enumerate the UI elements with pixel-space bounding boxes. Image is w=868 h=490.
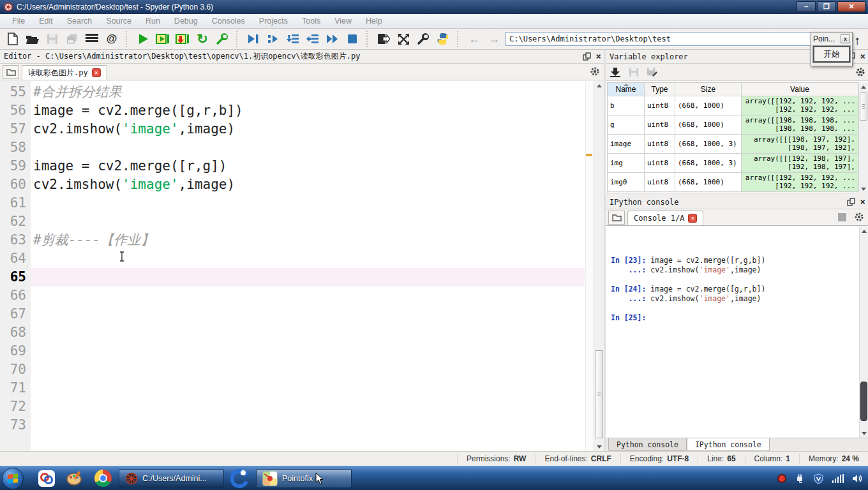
close-pane-icon[interactable]: × [596, 52, 601, 61]
save-data-icon[interactable] [629, 67, 639, 77]
network-signal-tray-icon[interactable] [832, 474, 844, 483]
menu-item-projects[interactable]: Projects [252, 17, 295, 26]
editor-line[interactable]: 70 [0, 360, 604, 379]
import-data-icon[interactable] [610, 67, 621, 77]
variable-row[interactable]: guint8(668, 1000)array([[198, 198, 198, … [608, 115, 858, 135]
menu-item-view[interactable]: View [327, 17, 359, 26]
restore-button[interactable]: ❐ [817, 1, 836, 12]
close-pane-icon[interactable]: × [860, 52, 865, 61]
scroll-up-icon[interactable] [594, 81, 604, 90]
variable-row[interactable]: img0uint8(668, 1000)array([[192, 192, 19… [608, 173, 858, 192]
editor-line[interactable]: 69 [0, 342, 604, 360]
open-file-button[interactable] [24, 31, 41, 47]
column-header-value[interactable]: Value [742, 83, 858, 96]
editor-line[interactable]: 61 [0, 194, 604, 212]
debug-step-into-button[interactable] [285, 31, 301, 47]
editor-line[interactable]: 67 [0, 305, 604, 323]
menu-item-debug[interactable]: Debug [167, 17, 205, 26]
back-button[interactable]: ← [466, 31, 483, 47]
pointofix-start-button[interactable]: 开始 [813, 46, 850, 63]
editor-line[interactable]: 55#合并拆分结果 [0, 83, 604, 101]
editor-line[interactable]: 57cv2.imshow('image',image) [0, 120, 604, 138]
variable-row[interactable]: buint8(668, 1000)array([[192, 192, 192, … [608, 96, 858, 115]
bottom-tab-python-console[interactable]: Python console [608, 438, 687, 451]
variable-row[interactable]: imageuint8(668, 1000, 3)array([[[198, 19… [608, 135, 858, 154]
variable-row[interactable]: imguint8(668, 1000, 3)array([[[192, 198,… [608, 154, 858, 173]
editor-line[interactable]: 63#剪裁----【作业】 [0, 231, 604, 249]
close-pane-icon[interactable]: × [860, 197, 865, 206]
run-file-button[interactable] [135, 31, 151, 47]
export-button[interactable] [375, 31, 392, 47]
menu-item-consoles[interactable]: Consoles [205, 17, 252, 26]
browse-tabs-icon[interactable] [608, 211, 625, 225]
python-logo-icon[interactable] [435, 31, 451, 47]
debug-stop-button[interactable] [344, 31, 361, 47]
menu-item-help[interactable]: Help [359, 17, 389, 26]
run-settings-button[interactable] [214, 31, 230, 47]
bottom-tab-ipython-console[interactable]: IPython console [687, 438, 770, 451]
code-editor[interactable]: 55#合并拆分结果56image = cv2.merge([g,r,b])57c… [0, 81, 604, 451]
save-button[interactable] [44, 31, 61, 47]
editor-line[interactable]: 71 [0, 379, 604, 397]
rerun-cell-button[interactable]: ↻ [194, 31, 211, 47]
column-header-size[interactable]: Size [675, 83, 742, 96]
knot-app-icon[interactable] [37, 469, 56, 488]
outline-explorer-button[interactable] [84, 31, 100, 47]
save-data-as-icon[interactable] [647, 67, 658, 77]
editor-tab-close-icon[interactable]: ✕ [92, 68, 101, 77]
scroll-up-icon[interactable] [859, 82, 868, 91]
editor-line[interactable]: 64 [0, 249, 604, 268]
editor-line[interactable]: 68 [0, 323, 604, 342]
console-tab[interactable]: Console 1/A ✕ [627, 211, 703, 225]
editor-line[interactable]: 59image = cv2.merge([r,g]) [0, 157, 604, 175]
debug-step-button[interactable] [265, 31, 281, 47]
power-plug-tray-icon[interactable] [795, 473, 805, 484]
editor-options-gear-icon[interactable] [590, 66, 600, 79]
editor-tab[interactable]: 读取彩色图片.py ✕ [22, 65, 107, 80]
console-scrollbar-thumb[interactable] [860, 382, 867, 421]
close-button[interactable]: ✕ [837, 1, 865, 12]
at-symbol-button[interactable]: @ [103, 31, 120, 47]
scrollbar-thumb[interactable] [860, 93, 867, 121]
pointofix-close-button[interactable]: x [841, 34, 850, 43]
menu-item-search[interactable]: Search [60, 17, 100, 26]
browse-tabs-icon[interactable] [3, 65, 19, 79]
undock-icon[interactable] [847, 198, 855, 206]
editor-line[interactable]: 60cv2.imshow('image',image) [0, 175, 604, 194]
paint-app-icon[interactable] [65, 469, 84, 488]
menu-item-tools[interactable]: Tools [295, 17, 327, 26]
run-cell-button[interactable] [154, 31, 171, 47]
menu-item-file[interactable]: File [5, 17, 32, 26]
console-options-gear-icon[interactable] [854, 212, 864, 225]
editor-line[interactable]: 58 [0, 138, 604, 157]
chrome-icon[interactable] [93, 469, 112, 488]
undock-icon[interactable] [583, 52, 591, 61]
minimize-button[interactable]: – [797, 1, 816, 12]
editor-line[interactable]: 72 [0, 397, 604, 416]
scroll-down-icon[interactable] [860, 429, 868, 438]
pointofix-window[interactable]: Poin... x 开始 [811, 32, 853, 66]
working-directory-input[interactable] [505, 32, 812, 46]
forward-button[interactable]: → [486, 31, 502, 47]
taskbar-pointofix-button[interactable]: Pointofix [256, 469, 352, 488]
editor-scrollbar-thumb[interactable] [595, 350, 603, 438]
window-titlebar[interactable]: C:/Users/Administrator/Desktop/test - Sp… [0, 0, 868, 14]
security-shield-tray-icon[interactable] [813, 473, 824, 484]
debug-step-return-button[interactable] [304, 31, 321, 47]
menu-item-source[interactable]: Source [99, 17, 138, 26]
tools-wrench-button[interactable] [415, 31, 431, 47]
new-file-button[interactable] [4, 31, 21, 47]
pointofix-titlebar[interactable]: Poin... x [811, 33, 852, 45]
editor-line[interactable]: 65 [0, 268, 604, 286]
editor-line[interactable]: 62 [0, 212, 604, 231]
menu-item-run[interactable]: Run [138, 17, 167, 26]
console-output[interactable]: In [23]: image = cv2.merge([r,g,b]) ...:… [606, 226, 868, 438]
recording-tray-icon[interactable] [777, 474, 786, 483]
blue-c-app-icon[interactable] [230, 469, 250, 488]
browse-parent-directory-button[interactable]: ↑ [854, 33, 860, 48]
save-all-button[interactable] [64, 31, 80, 47]
scroll-down-icon[interactable] [594, 442, 604, 451]
console-scrollbar[interactable] [859, 226, 868, 438]
console-tab-close-icon[interactable]: ✕ [688, 214, 697, 223]
editor-line[interactable]: 56image = cv2.merge([g,r,b]) [0, 101, 604, 120]
